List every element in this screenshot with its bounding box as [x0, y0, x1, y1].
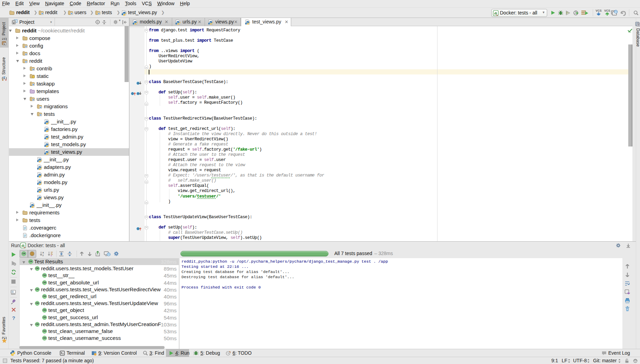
svg-text:z: z: [42, 254, 44, 256]
svg-text:VCS: VCS: [595, 9, 602, 12]
svg-text:VCS: VCS: [604, 9, 610, 12]
svg-text:a: a: [42, 251, 44, 254]
